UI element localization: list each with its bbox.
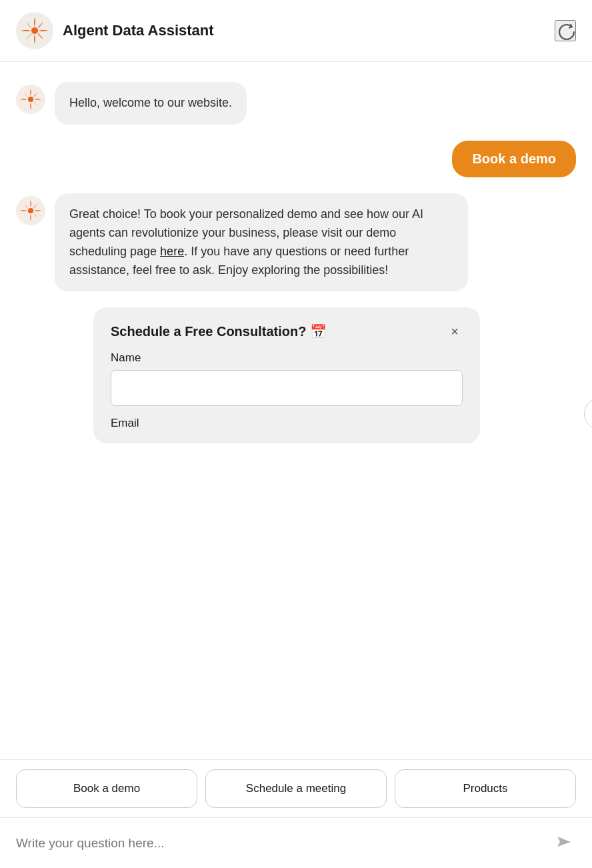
consultation-card: Schedule a Free Consultation? 📅 × Name E… [93, 307, 480, 443]
card-header: Schedule a Free Consultation? 📅 × [111, 323, 463, 339]
chat-area: Hello, welcome to our website. Book a de… [0, 62, 592, 759]
app-title: Algent Data Assistant [63, 22, 214, 39]
name-label: Name [111, 351, 463, 365]
card-title-text: Schedule a Free Consultation? [111, 324, 306, 339]
app-logo [16, 12, 53, 49]
quick-reply-schedule-meeting[interactable]: Schedule a meeting [205, 769, 387, 808]
name-input[interactable] [111, 370, 463, 406]
bot-text-1: Hello, welcome to our website. [69, 96, 232, 109]
bot-bubble-2: Great choice! To book your personalized … [55, 193, 468, 292]
svg-point-3 [28, 97, 33, 102]
email-label: Email [111, 417, 463, 430]
send-button[interactable] [552, 830, 576, 856]
user-text-1: Book a demo [472, 151, 556, 166]
calendar-emoji: 📅 [310, 324, 327, 339]
input-bar [0, 817, 592, 868]
quick-reply-products[interactable]: Products [395, 769, 576, 808]
svg-point-1 [31, 27, 38, 34]
header-left: Algent Data Assistant [16, 12, 214, 49]
bot-bubble-1: Hello, welcome to our website. [55, 82, 247, 125]
user-bubble-1: Book a demo [452, 141, 576, 177]
close-card-button[interactable]: × [447, 323, 463, 339]
scroll-down-button[interactable] [584, 398, 592, 430]
svg-point-5 [28, 208, 33, 213]
chat-input[interactable] [16, 836, 544, 851]
quick-replies-bar: Book a demo Schedule a meeting Products [0, 759, 592, 817]
bot-message-2: Great choice! To book your personalized … [16, 193, 576, 292]
bot-avatar-2 [16, 196, 45, 225]
here-link[interactable]: here [160, 245, 184, 258]
card-title: Schedule a Free Consultation? 📅 [111, 323, 327, 339]
quick-reply-book-demo[interactable]: Book a demo [16, 769, 197, 808]
bot-message-1: Hello, welcome to our website. [16, 82, 576, 125]
chat-header: Algent Data Assistant [0, 0, 592, 62]
user-message-1: Book a demo [16, 141, 576, 177]
bot-avatar-1 [16, 85, 45, 114]
refresh-button[interactable] [555, 20, 576, 41]
